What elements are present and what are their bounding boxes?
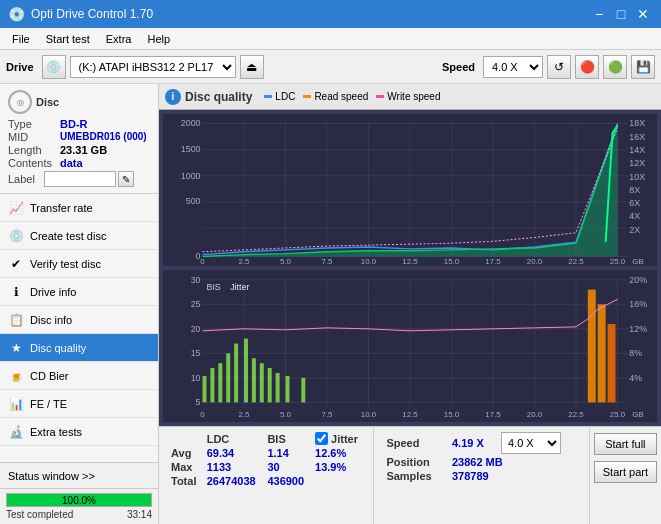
svg-text:25.0: 25.0 [610, 410, 626, 419]
svg-rect-98 [588, 290, 596, 403]
avg-jitter: 12.6% [311, 446, 365, 460]
write-label: Write speed [387, 91, 440, 102]
nav-fe-te-label: FE / TE [30, 398, 67, 410]
svg-text:25: 25 [191, 299, 201, 309]
app-icon: 💿 [8, 6, 25, 22]
svg-text:10.0: 10.0 [361, 257, 376, 266]
svg-text:5.0: 5.0 [280, 257, 291, 266]
nav-verify-test-disc-label: Verify test disc [30, 258, 101, 270]
toolbar: Drive 💿 (K:) ATAPI iHBS312 2 PL17 (K:) A… [0, 50, 661, 84]
svg-text:15.0: 15.0 [444, 410, 460, 419]
menubar: File Start test Extra Help [0, 28, 661, 50]
close-button[interactable]: ✕ [633, 4, 653, 24]
write-dot [376, 95, 384, 98]
total-bis: 436900 [263, 474, 311, 488]
type-label: Type [8, 118, 60, 130]
label-edit-button[interactable]: ✎ [118, 171, 134, 187]
svg-text:10: 10 [191, 373, 201, 383]
svg-rect-97 [301, 378, 305, 403]
elapsed-time: 33:14 [127, 509, 152, 520]
menu-file[interactable]: File [4, 31, 38, 47]
bottom-chart-svg: BIS Jitter 30 25 20 15 10 5 20% 16% [163, 270, 657, 422]
disc-icon: ◎ [8, 90, 32, 114]
svg-text:2.5: 2.5 [239, 257, 250, 266]
svg-text:25.0: 25.0 [610, 257, 625, 266]
nav-create-test-disc[interactable]: 💿 Create test disc [0, 222, 158, 250]
position-value: 23862 MB [448, 455, 581, 469]
svg-text:12.5: 12.5 [402, 257, 417, 266]
eject-button[interactable]: ⏏ [240, 55, 264, 79]
svg-text:20.0: 20.0 [527, 257, 542, 266]
svg-rect-96 [286, 376, 290, 402]
nav-verify-test-disc[interactable]: ✔ Verify test disc [0, 250, 158, 278]
svg-text:1500: 1500 [181, 144, 201, 154]
nav-disc-info-label: Disc info [30, 314, 72, 326]
sidebar: ◎ Disc Type BD-R MID UMEBDR016 (000) Len… [0, 84, 159, 524]
maximize-button[interactable]: □ [611, 4, 631, 24]
main-layout: ◎ Disc Type BD-R MID UMEBDR016 (000) Len… [0, 84, 661, 524]
settings-button2[interactable]: 🟢 [603, 55, 627, 79]
contents-label: Contents [8, 157, 60, 169]
svg-text:0: 0 [200, 257, 204, 266]
nav-extra-tests[interactable]: 🔬 Extra tests [0, 418, 158, 446]
sidebar-footer: Status window >> 100.0% Test completed 3… [0, 462, 158, 524]
label-input[interactable] [44, 171, 116, 187]
menu-extra[interactable]: Extra [98, 31, 140, 47]
start-part-button[interactable]: Start part [594, 461, 657, 483]
nav-disc-info[interactable]: 📋 Disc info [0, 306, 158, 334]
app-title: Opti Drive Control 1.70 [31, 7, 587, 21]
menu-help[interactable]: Help [139, 31, 178, 47]
charts-container: 2000 1500 1000 500 0 18X 16X 14X 12X 10X… [159, 110, 661, 426]
svg-text:1000: 1000 [181, 171, 201, 181]
svg-rect-93 [260, 363, 264, 402]
jitter-header: Jitter [331, 433, 358, 445]
legend-write: Write speed [376, 91, 440, 102]
stats-row: LDC BIS Jitter Avg 69.34 1.14 [159, 426, 661, 524]
status-window-button[interactable]: Status window >> [0, 463, 158, 489]
jitter-check[interactable]: Jitter [315, 432, 361, 445]
nav-drive-info[interactable]: ℹ Drive info [0, 278, 158, 306]
svg-rect-88 [218, 363, 222, 402]
read-dot [303, 95, 311, 98]
start-full-button[interactable]: Start full [594, 433, 657, 455]
progress-area: 100.0% Test completed 33:14 [0, 489, 158, 524]
total-ldc: 26474038 [203, 474, 264, 488]
mid-label: MID [8, 131, 60, 143]
stats-speed-select[interactable]: 4.0 X 4.0 X [501, 432, 561, 454]
svg-text:Jitter: Jitter [230, 282, 249, 292]
svg-text:4%: 4% [629, 373, 642, 383]
refresh-button[interactable]: ↺ [547, 55, 571, 79]
nav-disc-quality[interactable]: ★ Disc quality [0, 334, 158, 362]
nav-disc-quality-label: Disc quality [30, 342, 86, 354]
disc-quality-icon: ★ [8, 340, 24, 356]
status-text-row: Test completed 33:14 [6, 509, 152, 520]
minimize-button[interactable]: − [589, 4, 609, 24]
svg-text:20.0: 20.0 [527, 410, 543, 419]
nav-transfer-rate[interactable]: 📈 Transfer rate [0, 194, 158, 222]
svg-text:500: 500 [186, 196, 201, 206]
save-button[interactable]: 💾 [631, 55, 655, 79]
svg-text:8X: 8X [629, 185, 640, 195]
progress-bar: 100.0% [6, 493, 152, 507]
stats-buttons-panel: Start full Start part [590, 427, 661, 524]
menu-starttest[interactable]: Start test [38, 31, 98, 47]
svg-text:5: 5 [196, 397, 201, 407]
legend-ldc: LDC [264, 91, 295, 102]
nav-extra-tests-label: Extra tests [30, 426, 82, 438]
drive-select[interactable]: (K:) ATAPI iHBS312 2 PL17 (K:) ATAPI iHB… [70, 56, 236, 78]
svg-text:16X: 16X [629, 132, 645, 142]
legend-read: Read speed [303, 91, 368, 102]
svg-rect-99 [598, 304, 606, 402]
svg-text:20%: 20% [629, 275, 647, 285]
svg-text:7.5: 7.5 [322, 257, 333, 266]
length-label: Length [8, 144, 60, 156]
read-label: Read speed [314, 91, 368, 102]
jitter-checkbox[interactable] [315, 432, 328, 445]
nav-fe-te[interactable]: 📊 FE / TE [0, 390, 158, 418]
speed-select[interactable]: 4.0 X 4.0 X [483, 56, 543, 78]
top-chart: 2000 1500 1000 500 0 18X 16X 14X 12X 10X… [163, 114, 657, 266]
settings-button1[interactable]: 🔴 [575, 55, 599, 79]
drive-info-icon: ℹ [8, 284, 24, 300]
nav-cd-bier[interactable]: 🍺 CD Bier [0, 362, 158, 390]
speed-label: Speed [442, 61, 475, 73]
